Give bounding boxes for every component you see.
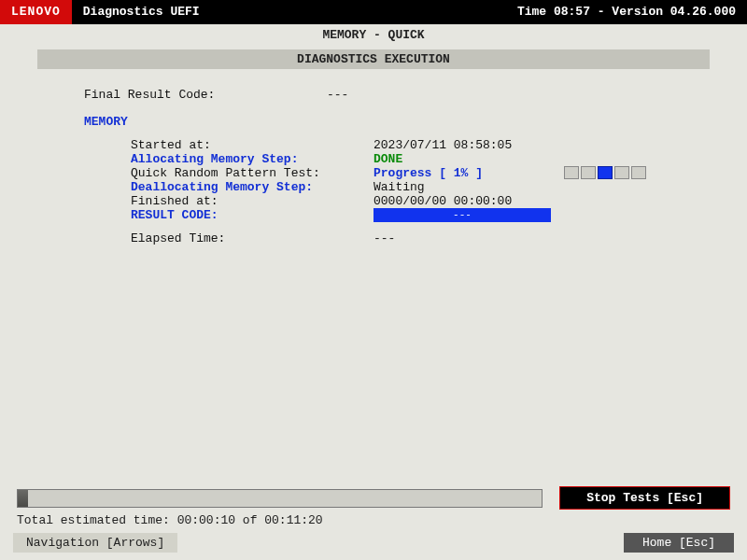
pattern-progress-cells bbox=[564, 166, 648, 180]
progress-cell bbox=[564, 166, 579, 179]
memory-section-label: MEMORY bbox=[84, 115, 682, 129]
brand-badge: LENOVO bbox=[0, 0, 72, 24]
pattern-test-label: Quick Random Pattern Test: bbox=[131, 166, 374, 180]
footer-bar: Navigation [Arrows] Home [Esc] bbox=[0, 533, 747, 560]
finished-at-label: Finished at: bbox=[131, 194, 374, 208]
finished-at-value: 0000/00/00 00:00:00 bbox=[374, 194, 560, 208]
elapsed-time-value: --- bbox=[374, 231, 560, 245]
navigation-hint: Navigation [Arrows] bbox=[13, 533, 177, 553]
deallocating-step-value: Waiting bbox=[374, 180, 560, 194]
total-estimated-time: Total estimated time: 00:00:10 of 00:11:… bbox=[17, 513, 730, 527]
progress-cell bbox=[631, 166, 646, 179]
started-at-label: Started at: bbox=[131, 138, 374, 152]
time-version-label: Time 08:57 - Version 04.26.000 bbox=[506, 0, 747, 24]
progress-cell-active bbox=[598, 166, 613, 179]
pattern-test-value: Progress [ 1% ] bbox=[374, 166, 560, 180]
started-at-value: 2023/07/11 08:58:05 bbox=[374, 138, 560, 152]
result-code-bar: --- bbox=[374, 208, 551, 222]
lower-panel: Stop Tests [Esc] Total estimated time: 0… bbox=[0, 486, 747, 527]
stop-tests-button[interactable]: Stop Tests [Esc] bbox=[559, 486, 730, 510]
progress-cell bbox=[581, 166, 596, 179]
page-title: MEMORY - QUICK bbox=[0, 24, 747, 46]
home-button[interactable]: Home [Esc] bbox=[624, 533, 734, 553]
overall-progress-bar bbox=[17, 489, 543, 508]
final-result-code-value: --- bbox=[327, 88, 514, 102]
app-title: Diagnostics UEFI bbox=[72, 0, 211, 24]
allocating-step-value: DONE bbox=[374, 152, 560, 166]
diagnostics-content: Final Result Code: --- MEMORY Started at… bbox=[0, 73, 747, 486]
deallocating-step-label: Deallocating Memory Step: bbox=[131, 180, 374, 194]
overall-progress-fill bbox=[18, 490, 28, 507]
result-code-label: RESULT CODE: bbox=[131, 208, 374, 222]
section-heading: DIAGNOSTICS EXECUTION bbox=[37, 49, 710, 69]
allocating-step-label: Allocating Memory Step: bbox=[131, 152, 374, 166]
top-bar: LENOVO Diagnostics UEFI Time 08:57 - Ver… bbox=[0, 0, 747, 24]
elapsed-time-label: Elapsed Time: bbox=[131, 231, 374, 245]
progress-cell bbox=[614, 166, 629, 179]
final-result-code-label: Final Result Code: bbox=[84, 88, 327, 102]
